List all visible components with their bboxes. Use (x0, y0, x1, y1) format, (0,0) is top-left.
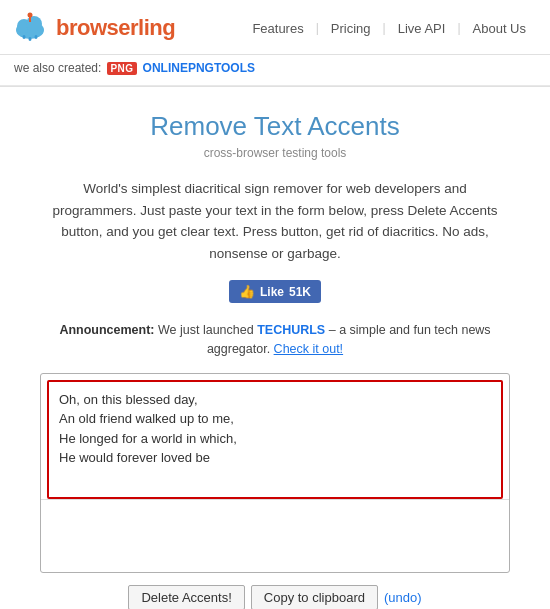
nav-about-us[interactable]: About Us (465, 21, 534, 36)
copy-to-clipboard-button[interactable]: Copy to clipboard (251, 585, 378, 609)
png-badge: PNG (107, 62, 136, 75)
undo-link[interactable]: (undo) (384, 590, 422, 605)
nav-sep-3: | (457, 21, 460, 35)
textarea-outer: Oh, on this blessed day, An old friend w… (40, 373, 510, 573)
svg-point-6 (29, 37, 32, 41)
svg-point-2 (26, 16, 42, 32)
header: browserling Features | Pricing | Live AP… (0, 0, 550, 55)
logo-icon (12, 10, 48, 46)
logo-area: browserling (12, 10, 175, 46)
text-input[interactable]: Oh, on this blessed day, An old friend w… (49, 382, 501, 494)
nav-live-api[interactable]: Live API (390, 21, 454, 36)
nav-features[interactable]: Features (244, 21, 311, 36)
announcement: Announcement: We just launched TECHURLS … (40, 321, 510, 359)
delete-accents-button[interactable]: Delete Accents! (128, 585, 244, 609)
nav-pricing[interactable]: Pricing (323, 21, 379, 36)
like-button[interactable]: 👍 Like 51K (229, 280, 321, 303)
main-nav: Features | Pricing | Live API | About Us (244, 21, 534, 36)
textarea-section: Oh, on this blessed day, An old friend w… (40, 373, 510, 573)
thumb-icon: 👍 (239, 284, 255, 299)
check-it-out-link[interactable]: Check it out! (274, 342, 343, 356)
description: World's simplest diacritical sign remove… (45, 178, 505, 264)
svg-point-5 (23, 35, 26, 39)
page-title: Remove Text Accents (40, 111, 510, 142)
text-output[interactable] (41, 499, 509, 569)
nav-sep-1: | (316, 21, 319, 35)
nav-sep-2: | (383, 21, 386, 35)
announcement-label: Announcement: (59, 323, 154, 337)
like-label: Like (260, 285, 284, 299)
textarea-top-wrapper: Oh, on this blessed day, An old friend w… (47, 380, 503, 499)
sub-header: we also created: PNG ONLINEPNGTOOLS (0, 55, 550, 86)
techurls-link[interactable]: TECHURLS (257, 323, 325, 337)
like-count: 51K (289, 285, 311, 299)
announcement-text: We just launched (158, 323, 257, 337)
main-content: Remove Text Accents cross-browser testin… (0, 87, 550, 609)
page-subtitle: cross-browser testing tools (40, 146, 510, 160)
svg-point-7 (35, 35, 38, 39)
onlinepngtools-link[interactable]: ONLINEPNGTOOLS (143, 61, 255, 75)
textarea-bottom-wrapper (41, 499, 509, 572)
buttons-row: Delete Accents! Copy to clipboard (undo) (40, 585, 510, 609)
svg-point-4 (28, 13, 33, 18)
sub-header-prefix: we also created: (14, 61, 101, 75)
logo-text: browserling (56, 15, 175, 41)
like-button-wrap: 👍 Like 51K (40, 280, 510, 303)
